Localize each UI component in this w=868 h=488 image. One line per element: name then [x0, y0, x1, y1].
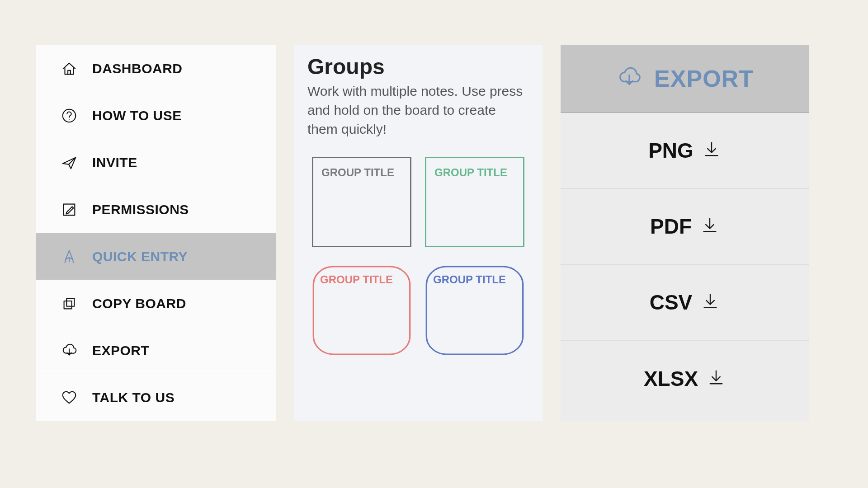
download-icon — [700, 291, 720, 313]
menu-label: TALK TO US — [92, 390, 175, 405]
group-tile-grey[interactable]: GROUP TITLE — [312, 157, 411, 247]
groups-description: Work with multiple notes. Use press and … — [307, 82, 529, 139]
menu-label: QUICK ENTRY — [92, 249, 188, 264]
export-option-png[interactable]: PNG — [561, 113, 809, 189]
menu-item-export[interactable]: EXPORT — [36, 327, 276, 374]
svg-point-0 — [63, 109, 76, 122]
pencil-icon — [60, 247, 79, 266]
menu-label: EXPORT — [92, 343, 149, 358]
groups-panel: Groups Work with multiple notes. Use pre… — [294, 45, 542, 421]
menu-item-copy-board[interactable]: COPY BOARD — [36, 280, 276, 327]
heart-icon — [60, 388, 79, 407]
export-format-label: PDF — [650, 214, 692, 239]
svg-rect-3 — [64, 301, 72, 309]
export-format-label: XLSX — [644, 366, 698, 391]
main-menu: DASHBOARD HOW TO USE INVITE PERMISSIONS — [36, 45, 276, 421]
menu-label: COPY BOARD — [92, 296, 186, 311]
menu-item-dashboard[interactable]: DASHBOARD — [36, 45, 276, 92]
menu-item-invite[interactable]: INVITE — [36, 139, 276, 186]
group-tile-label: GROUP TITLE — [434, 166, 515, 179]
export-header: EXPORT — [561, 45, 809, 113]
export-title: EXPORT — [654, 65, 754, 92]
menu-label: PERMISSIONS — [92, 202, 189, 217]
menu-label: INVITE — [92, 155, 137, 170]
export-option-csv[interactable]: CSV — [561, 265, 809, 341]
menu-item-permissions[interactable]: PERMISSIONS — [36, 186, 276, 233]
download-icon — [700, 216, 720, 237]
paper-plane-icon — [60, 153, 79, 172]
cloud-download-icon — [60, 341, 79, 360]
home-icon — [60, 59, 79, 78]
cloud-download-icon — [616, 65, 642, 93]
group-tile-blue[interactable]: GROUP TITLE — [425, 265, 524, 356]
help-icon — [60, 106, 79, 125]
export-panel: EXPORT PNG PDF CSV XLSX — [561, 45, 809, 421]
group-tile-green[interactable]: GROUP TITLE — [425, 157, 524, 247]
groups-title: Groups — [307, 54, 529, 79]
group-tile-label: GROUP TITLE — [321, 166, 402, 179]
svg-rect-4 — [66, 298, 74, 306]
menu-item-talk-to-us[interactable]: TALK TO US — [36, 374, 276, 421]
groups-grid: GROUP TITLE GROUP TITLE GROUP TITLE GROU… — [307, 157, 529, 356]
group-tile-label: GROUP TITLE — [320, 273, 403, 286]
export-format-label: CSV — [650, 290, 693, 314]
menu-label: DASHBOARD — [92, 61, 183, 76]
group-tile-label: GROUP TITLE — [433, 273, 516, 286]
copy-icon — [60, 294, 79, 313]
svg-point-1 — [69, 119, 70, 120]
download-icon — [702, 140, 722, 161]
export-option-pdf[interactable]: PDF — [561, 189, 809, 265]
export-format-label: PNG — [648, 138, 693, 163]
menu-item-how-to-use[interactable]: HOW TO USE — [36, 92, 276, 139]
menu-item-quick-entry[interactable]: QUICK ENTRY — [36, 233, 276, 280]
menu-label: HOW TO USE — [92, 108, 182, 123]
group-tile-red[interactable]: GROUP TITLE — [312, 265, 411, 356]
edit-icon — [60, 200, 79, 219]
download-icon — [706, 368, 726, 389]
export-option-xlsx[interactable]: XLSX — [561, 341, 809, 417]
